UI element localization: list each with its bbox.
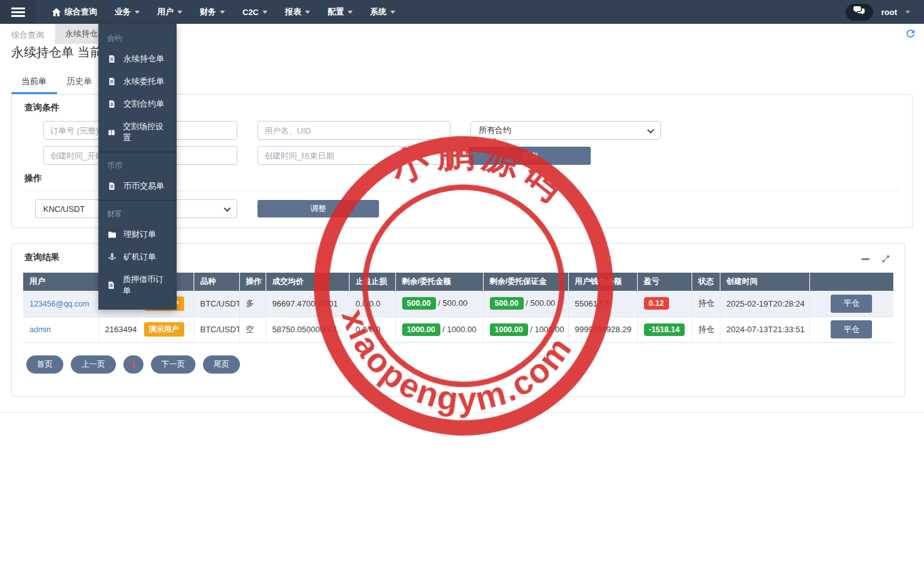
menu-overview-label: 综合查询 (65, 6, 97, 18)
caret-down-icon (177, 11, 182, 14)
amount-total: / 500.00 (438, 298, 467, 308)
symbol-cell: BTC/USDT (194, 291, 239, 317)
caret-down-icon (305, 11, 310, 14)
results-heading: 查询结果 (24, 252, 60, 263)
contract-select[interactable]: 所有合约 (470, 121, 661, 140)
tp-sl-cell: 0.0/0.0 (349, 317, 395, 342)
panel-tools (861, 254, 891, 264)
pagination-last[interactable]: 尾页 (203, 355, 240, 374)
menu-item-spot-trades[interactable]: 币币交易单 (98, 175, 177, 197)
close-position-button[interactable]: 平仓 (831, 295, 872, 313)
col-avg-price: 成交均价 (266, 273, 349, 291)
contract-select-value: 所有合约 (479, 125, 511, 136)
menu-reports[interactable]: 报表 (285, 6, 310, 18)
breadcrumb-home[interactable]: 综合查询 (11, 29, 44, 41)
search-button[interactable]: 查询 (469, 147, 591, 165)
file-text-icon (107, 100, 117, 108)
amount-badge: 500.00 (402, 297, 436, 310)
wallet-cell: 9999994928.29 (568, 317, 637, 342)
amount-total: / 1000.00 (442, 325, 476, 334)
adjust-button[interactable]: 调整 (257, 200, 379, 217)
pnl-badge: 0.12 (644, 297, 669, 310)
col-tp-sl: 止盈止损 (349, 273, 395, 291)
col-wallet-balance: 用户钱包余额 (568, 273, 637, 291)
pair-select-value: KNC/USDT (43, 204, 85, 214)
menu-item-wealth-orders[interactable]: 理财订单 (98, 223, 177, 246)
expand-icon[interactable] (881, 254, 891, 264)
chat-button[interactable] (846, 4, 873, 21)
menu-item-delivery-contract[interactable]: 交割合约单 (98, 93, 177, 115)
avg-price-cell: 96697.470000001 (266, 291, 349, 317)
account-type-badge[interactable]: 演示用户 (144, 322, 184, 337)
caret-down-icon[interactable] (905, 11, 910, 14)
menu-item-perpetual-entrust[interactable]: 永续委托单 (98, 70, 177, 93)
columns-icon (107, 128, 116, 137)
refresh-icon[interactable] (905, 28, 916, 42)
admin-screen: 综合查询 业务 用户 财务 C2C 报表 配置 系统 (0, 0, 924, 566)
table-row: admin 2163494 演示用户 BTC/USDT 空 58750.0500… (23, 317, 893, 342)
col-created-time: 创建时间 (720, 273, 809, 291)
hamburger-icon[interactable] (0, 0, 36, 24)
user-menu-label[interactable]: root (881, 8, 897, 17)
caret-down-icon (348, 11, 353, 14)
menu-item-delivery-control[interactable]: 交割场控设置 (98, 115, 177, 149)
folder-icon (107, 231, 117, 238)
menu-item-miner-orders[interactable]: 矿机订单 (98, 246, 177, 268)
col-status: 状态 (692, 273, 720, 291)
tab-history-orders[interactable]: 历史单 (57, 70, 103, 94)
user-link[interactable]: 123456@qq.com (29, 300, 89, 308)
chat-icon (853, 6, 865, 18)
collapse-icon[interactable] (861, 258, 869, 260)
col-side: 操作 (239, 273, 266, 291)
pagination-first[interactable]: 首页 (26, 355, 63, 374)
menu-item-perpetual-positions[interactable]: 永续持仓单 (98, 48, 177, 70)
dropdown-section-wealth: 财富 理财订单 矿机订单 质押借币订单 (98, 200, 177, 305)
pnl-badge: -1518.14 (644, 323, 685, 336)
pagination-current-page[interactable]: 1 (123, 355, 143, 374)
caret-down-icon (135, 11, 140, 14)
created-cell: 2024-07-13T21:33:51 (720, 317, 809, 342)
side-cell: 多 (239, 291, 266, 317)
home-icon (52, 8, 61, 16)
file-text-icon (107, 55, 117, 63)
top-navbar: 综合查询 业务 用户 财务 C2C 报表 配置 系统 (0, 0, 924, 24)
caret-down-icon (262, 11, 267, 14)
menu-business[interactable]: 业务 (115, 6, 140, 18)
caret-down-icon (220, 11, 225, 14)
menu-system[interactable]: 系统 (370, 6, 395, 18)
menu-config[interactable]: 配置 (328, 6, 353, 18)
wallet-cell: 55061.57 (568, 291, 637, 317)
username-uid-input[interactable] (257, 121, 450, 140)
end-date-input[interactable] (257, 146, 450, 165)
close-position-button[interactable]: 平仓 (831, 320, 872, 338)
user-link[interactable]: admin (29, 325, 51, 334)
file-text-icon (107, 281, 116, 290)
symbol-cell: BTC/USDT (194, 317, 239, 342)
col-pnl: 盈亏 (637, 273, 692, 291)
section-title: 合约 (98, 29, 177, 48)
side-cell: 空 (239, 317, 266, 342)
caret-down-icon (390, 11, 395, 14)
pagination-prev[interactable]: 上一页 (71, 355, 116, 374)
menu-item-pledge-loan-orders[interactable]: 质押借币订单 (98, 268, 177, 302)
menu-c2c[interactable]: C2C (242, 8, 267, 17)
margin-badge: 500.00 (490, 297, 524, 310)
tab-current-orders[interactable]: 当前单 (11, 70, 57, 94)
filter-heading: 查询条件 (24, 102, 60, 113)
navbar-right: root (846, 4, 924, 21)
menu-users[interactable]: 用户 (157, 6, 182, 18)
order-tabs: 当前单 历史单 (11, 70, 102, 94)
margin-badge: 1000.00 (490, 323, 528, 336)
dropdown-section-spot: 币币 币币交易单 (98, 152, 177, 200)
created-cell: 2025-02-19T20:28:24 (720, 291, 809, 317)
uid-cell: 2163494 (98, 317, 137, 342)
file-text-icon (107, 182, 117, 191)
dropdown-section-contract: 合约 永续持仓单 永续委托单 交割合约单 (98, 25, 177, 152)
menu-finance[interactable]: 财务 (200, 6, 225, 18)
status-cell: 持仓 (692, 291, 720, 317)
margin-total: / 500.00 (526, 298, 555, 308)
menu-overview[interactable]: 综合查询 (52, 6, 97, 18)
status-cell: 持仓 (692, 317, 720, 342)
pagination-next[interactable]: 下一页 (151, 355, 196, 374)
col-actions (809, 273, 893, 291)
